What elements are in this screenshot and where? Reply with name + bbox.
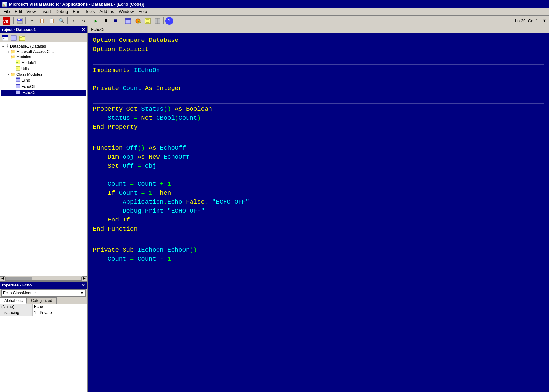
tree-item-access-cl[interactable]: + 📁 Microsoft Access Cl... bbox=[1, 49, 86, 54]
scroll-left-button[interactable]: ◄ bbox=[0, 276, 5, 281]
tree-label-echooff: EchoOff bbox=[21, 84, 35, 89]
menu-window[interactable]: Window bbox=[117, 8, 136, 15]
code-line-blank6 bbox=[93, 234, 544, 243]
menu-view[interactable]: View bbox=[25, 8, 38, 15]
debug-button[interactable]: 🐛 bbox=[133, 17, 142, 25]
properties-panel-close[interactable]: ✕ bbox=[82, 283, 85, 287]
toggle-folders-button[interactable] bbox=[18, 34, 26, 41]
menu-help[interactable]: Help bbox=[136, 8, 149, 15]
help-button[interactable]: ? bbox=[165, 17, 173, 25]
tree-item-modules[interactable]: − 📁 Modules bbox=[1, 54, 86, 59]
expand-database1[interactable]: − bbox=[1, 45, 5, 48]
undo-button[interactable]: ↩ bbox=[69, 17, 78, 25]
code-line-count2: Count = Count - 1 bbox=[93, 255, 544, 264]
svg-rect-18 bbox=[2, 35, 8, 37]
view-object-button[interactable] bbox=[10, 34, 18, 41]
tree-label-iechoon: IEchoOn bbox=[21, 90, 37, 95]
stop-button[interactable]: ⏹ bbox=[111, 17, 120, 25]
code-line-set: Set Off = obj bbox=[93, 162, 544, 171]
scroll-right-button[interactable]: ► bbox=[82, 276, 87, 281]
svg-text:🐛: 🐛 bbox=[137, 19, 141, 23]
code-line-implements: Implements IEchoOn bbox=[93, 66, 544, 75]
code-line-blank1 bbox=[93, 54, 544, 63]
scrollbar-track[interactable] bbox=[5, 277, 82, 281]
project-tree: − 🗄 Database1 (Databas + 📁 Microsoft Acc… bbox=[0, 42, 87, 276]
code-line-blank5 bbox=[93, 171, 544, 180]
project-scrollbar[interactable]: ◄ ► bbox=[0, 276, 87, 281]
scrollbar-thumb[interactable] bbox=[6, 277, 32, 280]
code-line-endif: End If bbox=[93, 216, 544, 225]
props-tab-categorized[interactable]: Categorized bbox=[27, 297, 57, 304]
tree-item-database1[interactable]: − 🗄 Database1 (Databas bbox=[1, 44, 86, 49]
svg-rect-30 bbox=[16, 84, 20, 85]
toolbar-sep5 bbox=[122, 17, 122, 24]
properties-panel-header: roperties - Echo ✕ bbox=[0, 282, 87, 289]
database1-icon: 🗄 bbox=[5, 44, 9, 49]
code-line-end-func: End Function bbox=[93, 225, 544, 234]
tree-item-iechoon[interactable]: IEchoOn bbox=[1, 90, 86, 96]
code-line-2: Option Explicit bbox=[93, 45, 544, 54]
svg-rect-4 bbox=[18, 19, 20, 20]
props-tab-alphabetic[interactable]: Alphabetic bbox=[0, 297, 27, 304]
project-panel-close[interactable]: ✕ bbox=[82, 27, 85, 32]
expand-class-modules[interactable]: − bbox=[7, 73, 10, 76]
project-explorer-button[interactable] bbox=[143, 17, 152, 25]
separator-3 bbox=[93, 142, 544, 142]
view-code-button[interactable]: ≡ bbox=[1, 34, 9, 41]
project-panel: roject - Database1 ✕ ≡ bbox=[0, 26, 87, 281]
redo-button[interactable]: ↪ bbox=[79, 17, 88, 25]
svg-text:≡: ≡ bbox=[16, 61, 18, 64]
menu-file[interactable]: File bbox=[1, 8, 12, 15]
code-line-func: Function Off() As EchoOff bbox=[93, 144, 544, 153]
expand-modules[interactable]: − bbox=[7, 55, 10, 59]
expand-access-cl[interactable]: + bbox=[7, 50, 10, 54]
userform-button[interactable] bbox=[124, 17, 133, 25]
props-value-name[interactable]: Echo bbox=[33, 304, 87, 310]
run-button[interactable]: ▶ bbox=[92, 17, 101, 25]
break-button[interactable]: ⏸ bbox=[101, 17, 110, 25]
menu-debug[interactable]: Debug bbox=[54, 8, 70, 15]
menu-run[interactable]: Run bbox=[71, 8, 82, 15]
echooff-icon bbox=[16, 84, 20, 89]
menu-bar: File Edit View Insert Debug Run Tools Ad… bbox=[0, 8, 549, 16]
copy-button[interactable]: 📋 bbox=[37, 17, 46, 25]
code-line-decl: Private Count As Integer bbox=[93, 84, 544, 93]
code-line-status: Status = Not CBool(Count) bbox=[93, 114, 544, 123]
props-dropdown[interactable]: Echo ClassModule ▼ bbox=[1, 289, 86, 297]
menu-tools[interactable]: Tools bbox=[83, 8, 97, 15]
code-line-1: Option Compare Database bbox=[93, 36, 544, 45]
toolbar-vba-icon[interactable]: VB bbox=[1, 17, 12, 25]
code-tab[interactable]: IEchoOn bbox=[90, 27, 106, 32]
code-line-blank2 bbox=[93, 75, 544, 84]
tree-item-utils[interactable]: ≡ Utils bbox=[1, 66, 86, 72]
save-button[interactable] bbox=[15, 17, 24, 25]
tree-item-class-modules[interactable]: − 📁 Class Modules bbox=[1, 72, 86, 77]
tree-label-module1: Module1 bbox=[21, 60, 36, 65]
project-panel-header: roject - Database1 ✕ bbox=[0, 26, 87, 33]
toolbar-sep6 bbox=[163, 17, 164, 24]
code-line-blank4 bbox=[93, 132, 544, 141]
props-dropdown-arrow: ▼ bbox=[80, 291, 84, 295]
menu-insert[interactable]: Insert bbox=[38, 8, 53, 15]
props-row-instancing: Instancing 1 - Private bbox=[0, 310, 87, 316]
separator-4 bbox=[93, 244, 544, 244]
props-value-instancing[interactable]: 1 - Private bbox=[33, 310, 87, 316]
code-header: IEchoOn bbox=[88, 26, 549, 33]
code-line-blank3 bbox=[93, 93, 544, 102]
find-button[interactable]: 🔍 bbox=[57, 17, 66, 25]
menu-edit[interactable]: Edit bbox=[13, 8, 24, 15]
paste-button[interactable]: 📋 bbox=[47, 17, 56, 25]
echo-icon bbox=[16, 77, 20, 83]
menu-addins[interactable]: Add-Ins bbox=[97, 8, 116, 15]
tree-label-echo: Echo bbox=[21, 78, 30, 83]
properties-button[interactable] bbox=[153, 17, 162, 25]
tree-item-module1[interactable]: ≡ Module1 bbox=[1, 59, 86, 66]
toolbar-sep1 bbox=[13, 17, 14, 24]
tree-item-echo[interactable]: Echo bbox=[1, 77, 86, 83]
code-content[interactable]: Option Compare Database Option Explicit … bbox=[88, 33, 549, 392]
tree-item-echooff[interactable]: EchoOff bbox=[1, 83, 86, 90]
modules-icon: 📁 bbox=[10, 55, 15, 59]
code-line-debug: Debug.Print "ECHO OFF" bbox=[93, 207, 544, 216]
svg-text:≡: ≡ bbox=[3, 37, 5, 40]
cut-button[interactable]: ✂ bbox=[27, 17, 37, 25]
